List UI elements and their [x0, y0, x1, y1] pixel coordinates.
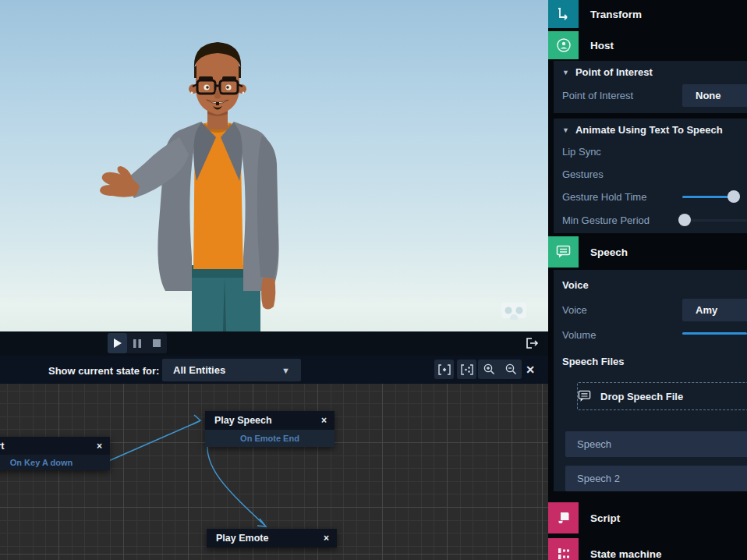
speech-bubble-icon — [548, 236, 579, 268]
component-speech[interactable]: Speech — [548, 236, 747, 268]
gesture-hold-time-handle[interactable] — [728, 190, 740, 203]
entity-dropdown[interactable]: All Entities ▼ — [162, 359, 301, 381]
playback-bar — [0, 331, 548, 356]
poi-dropdown[interactable]: None — [682, 84, 747, 107]
collapse-triangle-icon: ▼ — [562, 126, 569, 134]
inspector-panel: Transform Host ▼Point of Interest Point … — [548, 0, 747, 560]
play-icon — [113, 338, 122, 348]
show-current-state-label: Show current state for: — [48, 365, 159, 377]
frame-all-icon — [461, 364, 473, 375]
speech-files-header: Speech Files — [562, 356, 624, 367]
zoom-in-button[interactable] — [478, 360, 500, 379]
component-host[interactable]: Host — [548, 31, 747, 59]
pause-icon — [133, 339, 141, 348]
node-play-emote[interactable]: Play Emote × — [207, 529, 337, 548]
speech-file-item[interactable]: Speech 2 — [565, 466, 747, 491]
state-machine-canvas[interactable]: Start × On Key A down Play Speech × On E… — [0, 384, 548, 560]
volume-slider[interactable] — [682, 332, 747, 335]
axis-icon — [548, 0, 579, 28]
gesture-hold-time-label: Gesture Hold Time — [562, 191, 646, 203]
cardboard-vr-icon — [501, 302, 527, 320]
animate-section-header[interactable]: ▼Animate Using Text To Speech — [562, 124, 723, 136]
close-icon[interactable]: × — [321, 415, 327, 426]
component-transform[interactable]: Transform — [548, 0, 747, 28]
node-start[interactable]: Start × On Key A down — [0, 437, 110, 470]
zoom-in-icon — [483, 363, 495, 375]
stop-icon — [153, 339, 161, 347]
exit-preview-icon — [526, 337, 540, 349]
volume-label: Volume — [562, 329, 596, 341]
zoom-out-icon — [505, 363, 517, 375]
voice-group-header: Voice — [562, 279, 589, 291]
frame-all-button[interactable] — [457, 360, 476, 379]
vr-mode-button[interactable] — [501, 302, 527, 320]
play-button[interactable] — [108, 333, 127, 353]
component-script[interactable]: Script — [548, 502, 747, 533]
min-gesture-period-slider[interactable] — [682, 219, 747, 222]
min-gesture-period-handle[interactable] — [678, 214, 691, 226]
frame-selection-button[interactable] — [434, 360, 454, 379]
script-icon — [548, 502, 579, 533]
voice-label: Voice — [562, 304, 587, 316]
node-play-speech[interactable]: Play Speech × On Emote End — [205, 411, 335, 447]
close-icon[interactable]: × — [97, 441, 102, 452]
zoom-out-button[interactable] — [500, 360, 522, 379]
3d-viewport[interactable] — [0, 0, 548, 331]
chevron-down-icon: ▼ — [281, 366, 290, 375]
transition-on-emote-end[interactable]: On Emote End — [205, 430, 335, 447]
pause-button[interactable] — [127, 333, 147, 353]
host-character — [0, 0, 548, 331]
frame-selection-icon — [438, 364, 451, 375]
min-gesture-period-label: Min Gesture Period — [562, 214, 650, 226]
exit-preview-button[interactable] — [524, 335, 541, 351]
section-speech: Voice Voice Amy Volume Speech Files Drop… — [554, 270, 747, 491]
speech-bubble-icon — [578, 390, 591, 402]
lip-sync-label: Lip Sync — [562, 146, 601, 158]
node-title: Play Speech — [214, 415, 272, 426]
section-animate-tts: ▼Animate Using Text To Speech Lip Sync G… — [554, 119, 747, 233]
state-toolbar: Show current state for: All Entities ▼ — [0, 356, 548, 384]
speech-file-item[interactable]: Speech — [565, 431, 747, 457]
component-state-machine[interactable]: State machine — [548, 538, 747, 560]
entity-dropdown-value: All Entities — [173, 364, 225, 376]
drop-speech-file-zone[interactable]: Drop Speech File — [577, 382, 747, 410]
voice-dropdown[interactable]: Amy — [682, 299, 747, 321]
node-title: Play Emote — [216, 533, 268, 544]
close-icon[interactable]: × — [324, 533, 329, 544]
node-title: Start — [0, 441, 4, 452]
gestures-label: Gestures — [562, 168, 604, 180]
section-point-of-interest: ▼Point of Interest Point of Interest Non… — [554, 61, 747, 113]
transition-on-key-a-down[interactable]: On Key A down — [0, 455, 110, 470]
poi-section-header[interactable]: ▼Point of Interest — [562, 66, 653, 78]
person-icon — [548, 31, 579, 59]
poi-row-label: Point of Interest — [562, 90, 633, 101]
stop-button[interactable] — [147, 333, 166, 353]
collapse-triangle-icon: ▼ — [562, 69, 569, 76]
state-machine-icon — [548, 538, 579, 560]
close-icon[interactable]: ✕ — [523, 363, 537, 377]
